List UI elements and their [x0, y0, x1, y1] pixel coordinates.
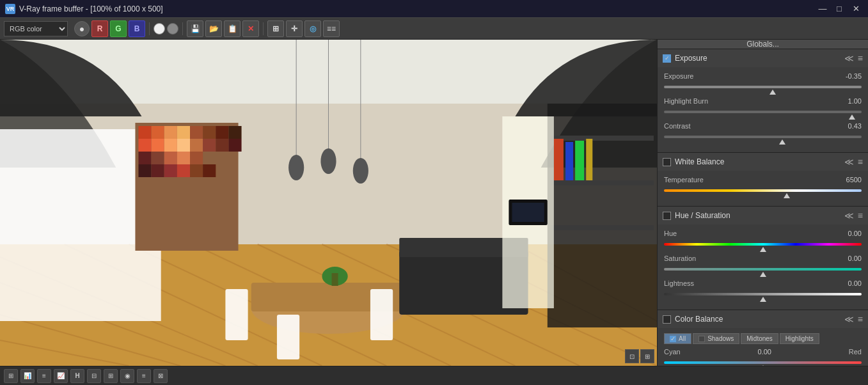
white-balance-checkbox[interactable]	[663, 158, 671, 166]
exposure-collapse-icon: ≪	[844, 53, 854, 63]
tab-midtones[interactable]: Midtones	[741, 333, 778, 344]
globals-button[interactable]: Globals...	[658, 40, 868, 49]
channel-select[interactable]: RGB color Alpha Z-depth	[4, 21, 68, 36]
status-home-btn[interactable]: ⊞	[4, 369, 18, 383]
stack-button[interactable]: ≡≡	[323, 20, 340, 37]
hue-saturation-menu-icon[interactable]: ≡	[858, 210, 863, 221]
cyan-label: Cyan	[664, 348, 681, 356]
status-h-btn[interactable]: H	[70, 369, 84, 383]
hue-saturation-title: Hue / Saturation	[675, 211, 840, 220]
white-balance-menu-icon[interactable]: ≡	[858, 157, 863, 167]
color-balance-tabs: ✓ All Shadows Midtones Highlights	[664, 333, 862, 344]
svg-rect-32	[228, 139, 241, 152]
white-balance-collapse-icon: ≪	[844, 157, 854, 167]
color-picker-btn[interactable]: ●	[74, 21, 90, 36]
open-button[interactable]: 📂	[205, 20, 222, 37]
svg-rect-26	[152, 139, 164, 152]
svg-point-52	[320, 148, 336, 174]
color-balance-menu-icon[interactable]: ≡	[858, 314, 863, 324]
param-temperature: Temperature 6500	[664, 176, 862, 196]
exposure-label: Exposure	[664, 72, 693, 80]
svg-rect-38	[138, 164, 151, 177]
status-region-btn[interactable]: ⊞	[104, 369, 118, 383]
svg-rect-25	[138, 139, 151, 152]
saturation-slider[interactable]	[664, 264, 862, 274]
status-grid-btn[interactable]: ⊟	[87, 369, 101, 383]
svg-rect-46	[225, 289, 248, 340]
main-content: ⊡ ⊞ Globals... ✓ Exposure ≪ ≡ Exposure -	[0, 40, 868, 366]
svg-rect-61	[554, 139, 564, 180]
status-graph-btn[interactable]: 📈	[54, 369, 68, 383]
red-label: Red	[849, 348, 862, 356]
highlight-burn-value: 1.00	[848, 97, 862, 105]
region-button[interactable]: ⊞	[267, 20, 284, 37]
param-contrast: Contrast 0.43	[664, 122, 862, 142]
status-bar: ⊞ 📊 ≡ 📈 H ⊟ ⊞ ◉ ≡ ⊠	[0, 366, 868, 385]
svg-rect-17	[138, 126, 151, 139]
svg-rect-39	[152, 164, 164, 177]
move-button[interactable]: ✛	[286, 20, 303, 37]
image-area: ⊡ ⊞	[0, 40, 657, 366]
section-white-balance-header[interactable]: White Balance ≪ ≡	[658, 153, 868, 171]
param-saturation: Saturation 0.00	[664, 255, 862, 274]
status-stack2-btn[interactable]: ≡	[137, 369, 151, 383]
channel-g-btn[interactable]: G	[110, 20, 127, 37]
param-exposure: Exposure -0.35	[664, 72, 862, 92]
temperature-label: Temperature	[664, 176, 704, 184]
status-circle-btn[interactable]: ◉	[120, 369, 134, 383]
temperature-slider[interactable]	[664, 185, 862, 196]
status-chart-btn[interactable]: ≡	[37, 369, 51, 383]
svg-rect-21	[190, 126, 203, 139]
lens-button[interactable]: ◎	[304, 20, 321, 37]
save-button[interactable]: 💾	[187, 20, 203, 37]
svg-rect-34	[152, 152, 164, 164]
status-extra-btn[interactable]: ⊠	[154, 369, 168, 383]
status-stats-btn[interactable]: 📊	[20, 369, 35, 383]
section-exposure: ✓ Exposure ≪ ≡ Exposure -0.35	[658, 49, 868, 153]
panorama-svg	[0, 40, 657, 366]
hue-slider[interactable]	[664, 239, 862, 249]
copy-button[interactable]: 📋	[224, 20, 241, 37]
exposure-title: Exposure	[675, 54, 840, 63]
separator-2	[182, 22, 183, 35]
svg-rect-33	[138, 152, 151, 164]
exposure-checkbox[interactable]: ✓	[663, 54, 671, 63]
minimize-button[interactable]: —	[816, 2, 830, 16]
app-icon: VR	[5, 4, 15, 14]
title-bar-left: VR V-Ray frame buffer - [100% of 1000 x …	[5, 4, 163, 14]
lightness-slider[interactable]	[664, 289, 862, 299]
reset-button[interactable]: ✕	[242, 20, 259, 37]
separator-1	[149, 22, 150, 35]
svg-rect-23	[216, 126, 228, 139]
saturation-label: Saturation	[664, 255, 696, 262]
color-balance-title: Color Balance	[675, 315, 840, 324]
title-bar: VR V-Ray frame buffer - [100% of 1000 x …	[0, 0, 868, 18]
section-color-balance-header[interactable]: Color Balance ≪ ≡	[658, 310, 868, 328]
highlight-burn-slider[interactable]	[664, 107, 862, 117]
hue-saturation-checkbox[interactable]	[663, 212, 671, 220]
channel-b-btn[interactable]: B	[129, 20, 145, 37]
contrast-slider[interactable]	[664, 132, 862, 142]
param-highlight-burn: Highlight Burn 1.00	[664, 97, 862, 117]
svg-rect-19	[164, 126, 177, 139]
tab-shadows[interactable]: Shadows	[693, 333, 739, 344]
color-balance-checkbox[interactable]	[663, 315, 671, 324]
section-hue-saturation-header[interactable]: Hue / Saturation ≪ ≡	[658, 207, 868, 224]
tab-highlights[interactable]: Highlights	[780, 333, 819, 344]
hue-saturation-collapse-icon: ≪	[844, 210, 854, 221]
section-exposure-header[interactable]: ✓ Exposure ≪ ≡	[658, 49, 868, 67]
close-button[interactable]: ✕	[849, 2, 863, 16]
svg-rect-35	[164, 152, 177, 164]
maximize-button[interactable]: □	[832, 2, 846, 16]
exposure-slider[interactable]	[664, 82, 862, 92]
exposure-body: Exposure -0.35 Highlight Burn 1.00	[658, 67, 868, 152]
cyan-red-slider[interactable]	[664, 358, 862, 366]
tab-shadows-check	[698, 336, 705, 342]
gray-circle-icon	[167, 23, 178, 35]
fit-image-button[interactable]: ⊡	[625, 349, 639, 363]
svg-rect-42	[190, 164, 203, 177]
actual-size-button[interactable]: ⊞	[640, 349, 654, 363]
channel-r-btn[interactable]: R	[91, 20, 108, 37]
tab-all[interactable]: ✓ All	[664, 333, 691, 344]
exposure-menu-icon[interactable]: ≡	[858, 53, 863, 63]
